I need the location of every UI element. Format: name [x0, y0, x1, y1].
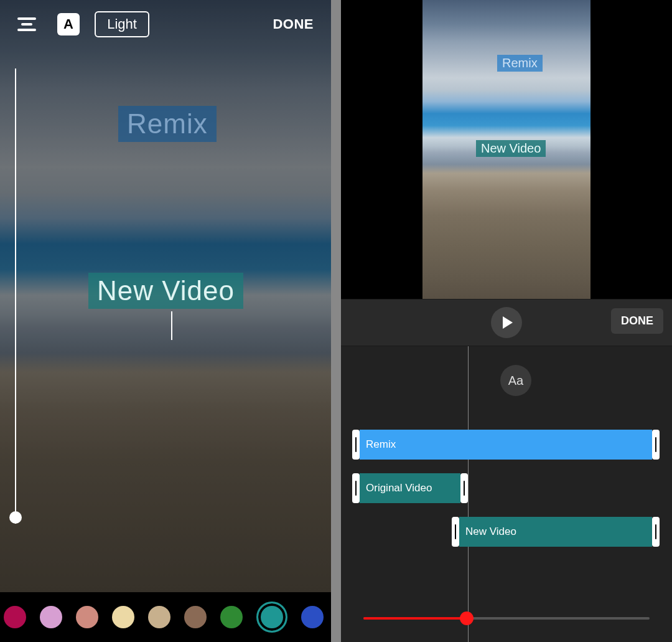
color-swatch-green[interactable] [220, 606, 243, 628]
preview-overlay-remix: Remix [497, 55, 543, 72]
color-swatch-teal[interactable] [256, 602, 287, 633]
playback-control-row: DONE [341, 299, 672, 346]
clip-handle-left[interactable] [452, 517, 459, 547]
text-style-toggle[interactable]: A [57, 13, 80, 35]
timeline-editor-pane: Remix New Video DONE Aa Remix Original V… [341, 0, 672, 642]
text-cursor [171, 311, 172, 340]
done-button[interactable]: DONE [611, 308, 663, 334]
color-swatch-crimson[interactable] [4, 606, 26, 628]
text-editor-toolbar: A Light DONE [0, 0, 331, 49]
play-icon [503, 316, 513, 329]
clip-original-video[interactable]: Original Video [352, 473, 468, 503]
clip-handle-left[interactable] [352, 473, 360, 503]
font-picker-button[interactable]: Light [95, 11, 149, 37]
video-preview[interactable]: Remix New Video [422, 0, 590, 299]
clip-handle-left[interactable] [352, 430, 360, 460]
clip-body[interactable]: Original Video [360, 473, 460, 503]
color-swatch-brown[interactable] [184, 606, 207, 628]
text-size-slider-track[interactable] [15, 68, 16, 524]
clip-body[interactable]: Remix [360, 430, 652, 460]
clip-new-video[interactable]: New Video [452, 517, 660, 547]
scrub-handle[interactable] [460, 611, 474, 625]
color-swatch-pink[interactable] [40, 606, 62, 628]
preview-overlay-new-video: New Video [476, 140, 546, 157]
overlay-text-remix[interactable]: Remix [118, 106, 217, 142]
pane-divider [331, 0, 341, 642]
scrub-progress [363, 617, 467, 620]
clip-handle-right[interactable] [652, 517, 660, 547]
left-video-canvas[interactable] [0, 0, 331, 642]
color-swatch-blue[interactable] [301, 606, 324, 628]
color-swatch-cream[interactable] [112, 606, 134, 628]
preview-area: Remix New Video [341, 0, 672, 299]
text-size-slider-handle[interactable] [9, 511, 22, 524]
color-swatch-tan[interactable] [148, 606, 170, 628]
clip-body[interactable]: New Video [459, 517, 652, 547]
done-button[interactable]: DONE [273, 16, 314, 32]
color-swatch-row [0, 592, 331, 642]
color-swatch-salmon[interactable] [76, 606, 98, 628]
align-center-icon[interactable] [17, 17, 36, 31]
clip-remix[interactable]: Remix [352, 430, 660, 460]
timeline[interactable]: Aa Remix Original Video New Video [341, 346, 672, 642]
clip-handle-right[interactable] [652, 430, 660, 460]
playhead-line[interactable] [468, 346, 469, 642]
clip-handle-right[interactable] [460, 473, 468, 503]
overlay-text-new-video[interactable]: New Video [88, 273, 243, 309]
play-button[interactable] [491, 307, 522, 338]
text-style-editor-pane: A Light DONE Remix New Video [0, 0, 331, 642]
add-text-chip[interactable]: Aa [500, 365, 531, 396]
scrub-track[interactable] [363, 617, 650, 620]
